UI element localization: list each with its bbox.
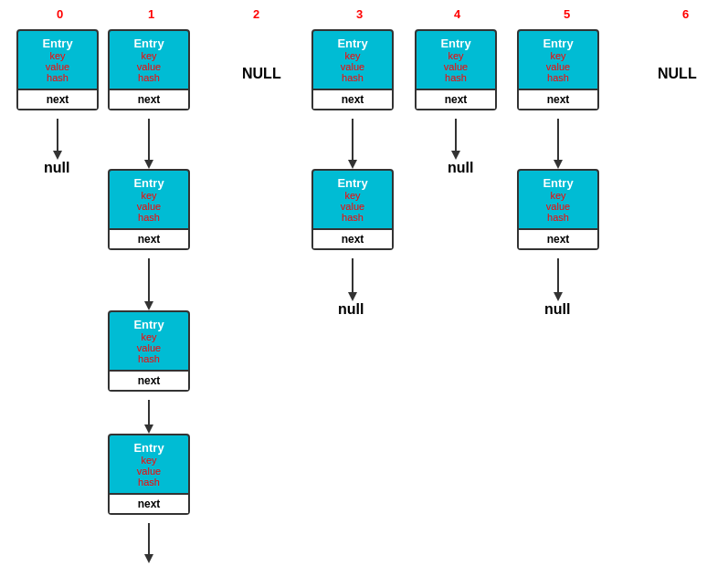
value-label: value: [522, 61, 594, 72]
value-label: value: [522, 201, 594, 212]
hash-label: hash: [22, 72, 93, 83]
value-label: value: [317, 201, 388, 212]
entry-box-5-1: Entry key value hash next: [517, 169, 599, 250]
value-label: value: [113, 466, 185, 477]
next-label: next: [110, 89, 188, 109]
next-label: next: [110, 493, 188, 513]
hash-label: hash: [113, 72, 185, 83]
null-index-6: NULL: [658, 66, 697, 82]
index-2: 2: [253, 7, 259, 21]
svg-marker-13: [348, 292, 357, 301]
entry-label: Entry: [22, 37, 93, 50]
next-label: next: [18, 89, 97, 109]
null-below-3-1: null: [338, 301, 364, 318]
hash-label: hash: [113, 353, 185, 364]
entry-label: Entry: [420, 37, 491, 50]
value-label: value: [22, 61, 93, 72]
index-3: 3: [356, 7, 363, 21]
entry-box-1-1: Entry key value hash next: [108, 169, 190, 250]
svg-marker-15: [554, 292, 563, 301]
hash-label: hash: [113, 212, 185, 223]
value-label: value: [113, 61, 185, 72]
null-below-5-1: null: [544, 301, 570, 318]
entry-label: Entry: [317, 176, 388, 190]
entry-label: Entry: [522, 176, 594, 190]
value-label: value: [113, 342, 185, 353]
key-label: key: [22, 50, 93, 61]
key-label: key: [317, 50, 388, 61]
index-4: 4: [454, 7, 460, 21]
key-label: key: [420, 50, 491, 61]
svg-marker-19: [144, 554, 153, 563]
key-label: key: [317, 190, 388, 201]
null-below-4: null: [448, 160, 473, 176]
index-0: 0: [57, 7, 63, 21]
svg-marker-5: [348, 160, 357, 169]
svg-marker-1: [53, 151, 62, 160]
hash-label: hash: [317, 72, 388, 83]
entry-box-1-2: Entry key value hash next: [108, 310, 190, 392]
entry-box-3-1: Entry key value hash next: [311, 169, 394, 250]
hash-label: hash: [522, 212, 594, 223]
entry-label: Entry: [522, 37, 594, 50]
next-label: next: [313, 89, 392, 109]
index-5: 5: [564, 7, 570, 21]
next-label: next: [313, 228, 392, 248]
key-label: key: [113, 455, 185, 466]
entry-box-4-0: Entry key value hash next: [415, 29, 497, 110]
value-label: value: [420, 61, 491, 72]
null-index-2: NULL: [242, 66, 281, 82]
next-label: next: [519, 89, 597, 109]
index-1: 1: [148, 7, 154, 21]
entry-box-1-3: Entry key value hash next: [108, 434, 190, 515]
key-label: key: [522, 190, 594, 201]
hash-label: hash: [317, 212, 388, 223]
entry-box-1-0: Entry key value hash next: [108, 29, 190, 110]
value-label: value: [317, 61, 388, 72]
key-label: key: [522, 50, 594, 61]
svg-marker-7: [451, 151, 460, 160]
key-label: key: [113, 190, 185, 201]
svg-marker-17: [144, 424, 153, 434]
key-label: key: [113, 331, 185, 342]
entry-label: Entry: [113, 37, 185, 50]
index-6: 6: [682, 7, 689, 21]
entry-box-3-0: Entry key value hash next: [311, 29, 394, 110]
svg-marker-3: [144, 160, 153, 169]
svg-marker-9: [554, 160, 563, 169]
entry-label: Entry: [113, 441, 185, 455]
key-label: key: [113, 50, 185, 61]
hash-label: hash: [113, 477, 185, 487]
next-label: next: [110, 370, 188, 390]
entry-label: Entry: [113, 176, 185, 190]
next-label: next: [417, 89, 495, 109]
entry-label: Entry: [113, 318, 185, 331]
svg-marker-11: [144, 301, 153, 310]
entry-box-5-0: Entry key value hash next: [517, 29, 599, 110]
entry-box-0: Entry key value hash next: [16, 29, 99, 110]
value-label: value: [113, 201, 185, 212]
hash-label: hash: [420, 72, 491, 83]
next-label: next: [110, 228, 188, 248]
entry-label: Entry: [317, 37, 388, 50]
null-below-0: null: [44, 160, 69, 176]
hash-label: hash: [522, 72, 594, 83]
next-label: next: [519, 228, 597, 248]
